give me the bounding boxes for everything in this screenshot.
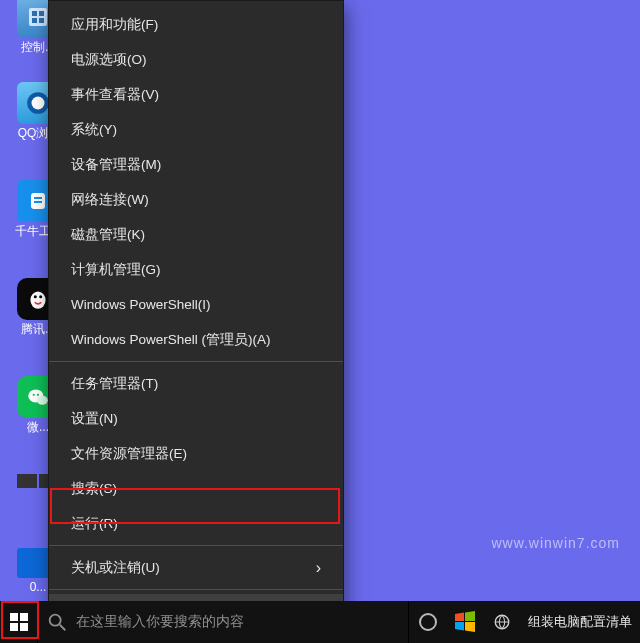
menu-item-event-viewer[interactable]: 事件查看器(V): [49, 77, 343, 112]
menu-item-label: 设置(N): [71, 410, 118, 428]
menu-item-label: 磁盘管理(K): [71, 226, 145, 244]
taskbar-search[interactable]: 在这里输入你要搜索的内容: [37, 601, 409, 643]
tray-network[interactable]: [483, 601, 520, 643]
windows-logo-icon: [10, 613, 28, 631]
svg-rect-20: [20, 623, 28, 631]
watermark-text: www.winwin7.com: [491, 535, 620, 551]
menu-item-label: 设备管理器(M): [71, 156, 161, 174]
menu-separator: [49, 361, 343, 362]
menu-item-task-manager[interactable]: 任务管理器(T): [49, 366, 343, 401]
menu-item-run[interactable]: 运行(R): [49, 506, 343, 541]
globe-icon: [493, 613, 511, 631]
menu-item-system[interactable]: 系统(Y): [49, 112, 343, 147]
svg-rect-18: [20, 613, 28, 621]
svg-point-12: [39, 295, 42, 298]
menu-item-label: 应用和功能(F): [71, 16, 158, 34]
start-button[interactable]: [0, 601, 37, 643]
svg-rect-8: [34, 197, 42, 199]
svg-rect-1: [32, 11, 37, 16]
svg-rect-9: [34, 201, 42, 203]
cortana-icon: [419, 613, 437, 631]
svg-point-16: [37, 394, 39, 396]
menu-item-power-options[interactable]: 电源选项(O): [49, 42, 343, 77]
menu-item-label: 搜索(S): [71, 480, 117, 498]
svg-point-10: [30, 291, 45, 308]
menu-item-powershell-admin[interactable]: Windows PowerShell (管理员)(A): [49, 322, 343, 357]
menu-item-search[interactable]: 搜索(S): [49, 471, 343, 506]
desktop-icon-label: 0...: [30, 580, 47, 594]
tray-text[interactable]: 组装电脑配置清单: [520, 601, 640, 643]
svg-rect-19: [10, 623, 18, 631]
chevron-right-icon: ›: [316, 559, 321, 577]
menu-item-apps-features[interactable]: 应用和功能(F): [49, 7, 343, 42]
svg-point-15: [33, 394, 35, 396]
menu-item-label: 系统(Y): [71, 121, 117, 139]
svg-rect-0: [29, 8, 47, 26]
menu-item-label: 网络连接(W): [71, 191, 149, 209]
menu-item-label: 电源选项(O): [71, 51, 147, 69]
menu-item-device-manager[interactable]: 设备管理器(M): [49, 147, 343, 182]
desktop-icon-label: 微...: [27, 420, 49, 434]
menu-item-network[interactable]: 网络连接(W): [49, 182, 343, 217]
menu-item-label: Windows PowerShell(I): [71, 297, 211, 312]
winx-context-menu: 应用和功能(F) 电源选项(O) 事件查看器(V) 系统(Y) 设备管理器(M)…: [48, 0, 344, 634]
menu-item-label: Windows PowerShell (管理员)(A): [71, 331, 271, 349]
menu-item-label: 计算机管理(G): [71, 261, 161, 279]
menu-item-powershell[interactable]: Windows PowerShell(I): [49, 287, 343, 322]
menu-item-label: 运行(R): [71, 515, 118, 533]
cortana-button[interactable]: [409, 601, 446, 643]
menu-separator: [49, 545, 343, 546]
svg-rect-17: [10, 613, 18, 621]
menu-item-shutdown[interactable]: 关机或注销(U) ›: [49, 550, 343, 585]
menu-item-computer-mgmt[interactable]: 计算机管理(G): [49, 252, 343, 287]
search-icon: [46, 611, 68, 633]
svg-rect-4: [39, 18, 44, 23]
menu-item-file-explorer[interactable]: 文件资源管理器(E): [49, 436, 343, 471]
menu-item-label: 文件资源管理器(E): [71, 445, 187, 463]
windows-flag-icon: [453, 610, 477, 634]
menu-item-label: 关机或注销(U): [71, 559, 160, 577]
svg-point-6: [32, 97, 45, 110]
svg-point-21: [50, 615, 61, 626]
menu-item-disk-mgmt[interactable]: 磁盘管理(K): [49, 217, 343, 252]
svg-rect-3: [32, 18, 37, 23]
svg-rect-2: [39, 11, 44, 16]
svg-line-22: [60, 625, 66, 631]
menu-item-settings[interactable]: 设置(N): [49, 401, 343, 436]
menu-item-label: 事件查看器(V): [71, 86, 159, 104]
svg-point-11: [34, 295, 37, 298]
taskbar-pinned-app[interactable]: [446, 601, 483, 643]
menu-item-label: 任务管理器(T): [71, 375, 158, 393]
svg-point-14: [37, 396, 48, 405]
taskbar: 在这里输入你要搜索的内容 组装电脑配置清单: [0, 601, 640, 643]
search-placeholder: 在这里输入你要搜索的内容: [76, 613, 244, 631]
menu-separator: [49, 589, 343, 590]
